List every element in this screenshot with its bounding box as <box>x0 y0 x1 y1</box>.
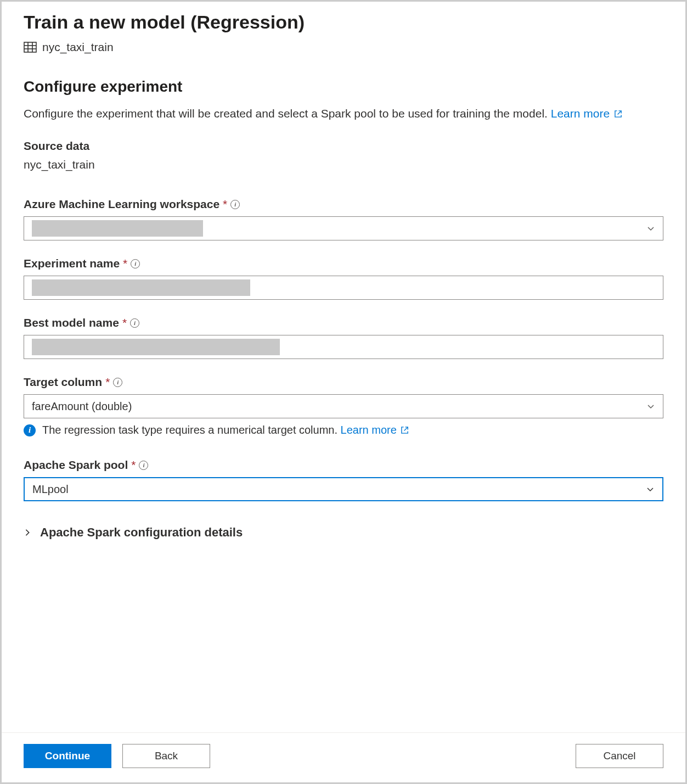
spark-pool-value: MLpool <box>32 483 69 496</box>
spark-pool-label: Apache Spark pool <box>24 458 128 472</box>
workspace-field: Azure Machine Learning workspace * i <box>24 198 663 240</box>
chevron-right-icon <box>24 529 31 536</box>
info-icon[interactable]: i <box>230 200 240 209</box>
info-icon[interactable]: i <box>130 318 139 328</box>
continue-button[interactable]: Continue <box>24 744 111 768</box>
target-column-field: Target column * i fareAmount (double) i … <box>24 376 663 436</box>
best-model-name-value-redacted <box>32 339 280 355</box>
page-title: Train a new model (Regression) <box>24 12 663 33</box>
spark-config-expander[interactable]: Apache Spark configuration details <box>24 525 663 540</box>
workspace-dropdown[interactable] <box>24 216 663 240</box>
required-marker: * <box>122 316 127 329</box>
section-title: Configure experiment <box>24 78 663 96</box>
experiment-name-value-redacted <box>32 279 250 296</box>
cancel-button[interactable]: Cancel <box>576 744 663 768</box>
external-link-icon <box>401 426 409 434</box>
experiment-name-field: Experiment name * i <box>24 257 663 300</box>
back-button[interactable]: Back <box>122 744 210 768</box>
svg-rect-0 <box>24 42 36 52</box>
spark-pool-dropdown[interactable]: MLpool <box>24 477 663 501</box>
source-data-label: Source data <box>24 139 663 153</box>
spark-pool-field: Apache Spark pool * i MLpool <box>24 458 663 501</box>
learn-more-link[interactable]: Learn more <box>551 107 622 120</box>
info-icon[interactable]: i <box>131 259 140 268</box>
footer: Continue Back Cancel <box>2 732 685 782</box>
external-link-icon <box>614 110 622 118</box>
chevron-down-icon <box>646 224 655 233</box>
source-table-name: nyc_taxi_train <box>42 41 114 54</box>
source-data-value: nyc_taxi_train <box>24 158 663 171</box>
target-learn-more-link[interactable]: Learn more <box>341 424 409 436</box>
required-marker: * <box>223 198 227 211</box>
chevron-down-icon <box>646 402 655 411</box>
info-badge-icon: i <box>24 424 36 436</box>
required-marker: * <box>123 257 127 270</box>
target-column-label: Target column <box>24 376 102 389</box>
required-marker: * <box>131 458 136 472</box>
best-model-name-label: Best model name <box>24 316 119 329</box>
workspace-label: Azure Machine Learning workspace <box>24 198 219 211</box>
workspace-value-redacted <box>32 220 203 237</box>
source-data-group: Source data nyc_taxi_train <box>24 139 663 171</box>
target-column-dropdown[interactable]: fareAmount (double) <box>24 394 663 418</box>
table-icon <box>24 42 37 53</box>
section-description: Configure the experiment that will be cr… <box>24 105 663 122</box>
source-table-indicator: nyc_taxi_train <box>24 41 663 54</box>
best-model-name-field: Best model name * i <box>24 316 663 359</box>
target-column-info: i The regression task type requires a nu… <box>24 424 663 436</box>
info-icon[interactable]: i <box>139 461 148 470</box>
required-marker: * <box>105 376 110 389</box>
best-model-name-input[interactable] <box>24 335 663 359</box>
target-column-value: fareAmount (double) <box>32 400 132 413</box>
experiment-name-input[interactable] <box>24 276 663 300</box>
chevron-down-icon <box>646 485 655 494</box>
info-icon[interactable]: i <box>113 378 122 387</box>
experiment-name-label: Experiment name <box>24 257 120 270</box>
spark-config-expander-label: Apache Spark configuration details <box>40 525 243 540</box>
